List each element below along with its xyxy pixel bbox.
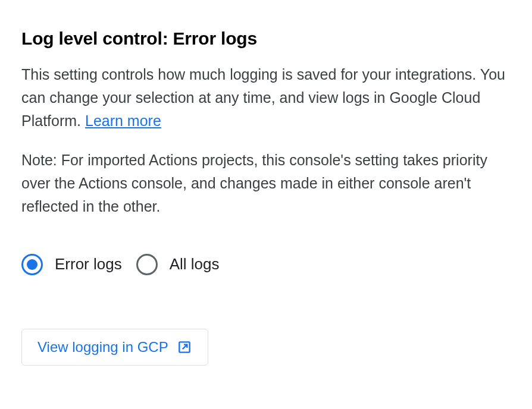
radio-label-all-logs: All logs [170,255,220,273]
learn-more-link[interactable]: Learn more [85,112,161,129]
radio-option-all-logs[interactable]: All logs [136,254,220,275]
radio-button-icon [21,254,43,275]
radio-button-icon [136,254,158,275]
external-link-icon [177,339,192,355]
page-heading: Log level control: Error logs [21,29,511,49]
radio-option-error-logs[interactable]: Error logs [21,254,122,275]
note-text: Note: For imported Actions projects, thi… [21,149,509,218]
description-text: This setting controls how much logging i… [21,63,509,132]
log-level-radio-group: Error logs All logs [21,254,511,275]
view-logging-gcp-button[interactable]: View logging in GCP [21,329,208,366]
radio-label-error-logs: Error logs [55,255,122,273]
button-label: View logging in GCP [37,339,168,355]
